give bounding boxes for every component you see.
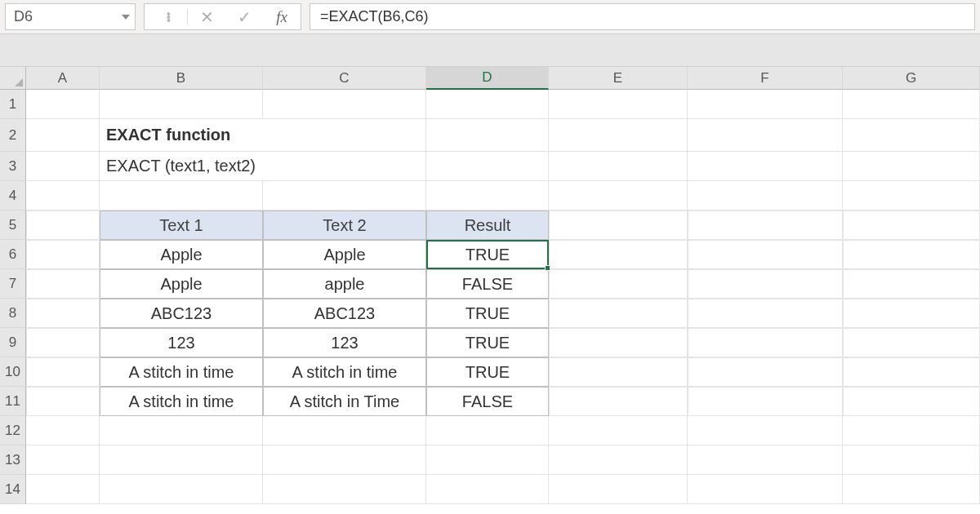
row-header[interactable]: 14	[0, 475, 26, 504]
column-header[interactable]: B	[100, 67, 263, 90]
cell[interactable]	[26, 119, 100, 152]
spreadsheet-grid: 1 2 3 4 5 6 7 8 9 10 11 12 13 14 A B C D…	[0, 67, 980, 504]
row-header[interactable]: 13	[0, 445, 26, 475]
name-box[interactable]: D6	[5, 3, 136, 30]
cell[interactable]: ABC123	[263, 299, 426, 328]
cell[interactable]: A stitch in time	[263, 357, 426, 387]
row-header[interactable]: 10	[0, 357, 26, 387]
formula-bar-row: D6 ••• ✕ ✓ fx =EXACT(B6,C6)	[0, 0, 980, 34]
row-header[interactable]: 6	[0, 240, 26, 269]
row-header[interactable]: 11	[0, 387, 26, 416]
select-all-corner[interactable]	[0, 67, 26, 90]
cell[interactable]: A stitch in time	[100, 387, 263, 416]
name-box-value: D6	[14, 8, 33, 25]
page-title[interactable]: EXACT function	[100, 119, 263, 152]
formula-value: =EXACT(B6,C6)	[320, 8, 429, 25]
row-header[interactable]: 2	[0, 119, 26, 152]
cell[interactable]: A stitch in time	[100, 357, 263, 387]
column-header[interactable]: C	[263, 67, 426, 90]
column-headers: A B C D E F G	[26, 67, 980, 90]
ribbon-gap	[0, 34, 980, 67]
formula-buttons: ••• ✕ ✓ fx	[144, 3, 301, 30]
chevron-down-icon[interactable]	[122, 15, 130, 20]
cell[interactable]: 123	[263, 328, 426, 357]
table-header[interactable]: Text 2	[263, 210, 426, 240]
cell-selected[interactable]: TRUE	[426, 240, 549, 269]
row-header[interactable]: 9	[0, 328, 26, 357]
cell[interactable]: TRUE	[426, 299, 549, 328]
cell[interactable]: Apple	[263, 240, 426, 269]
cell[interactable]: Apple	[100, 269, 263, 299]
cell[interactable]: 123	[100, 328, 263, 357]
cell[interactable]: apple	[263, 269, 426, 299]
row-header[interactable]: 4	[0, 181, 26, 210]
row-header[interactable]: 12	[0, 416, 26, 445]
row-header[interactable]: 7	[0, 269, 26, 299]
cell[interactable]: Apple	[100, 240, 263, 269]
table-header[interactable]: Result	[426, 210, 549, 240]
column-header[interactable]: E	[549, 67, 688, 90]
row-headers: 1 2 3 4 5 6 7 8 9 10 11 12 13 14	[0, 67, 26, 504]
more-icon[interactable]: •••	[149, 12, 187, 22]
row-header[interactable]: 1	[0, 90, 26, 119]
column-header[interactable]: A	[26, 67, 100, 90]
page-subtitle[interactable]: EXACT (text1, text2)	[100, 152, 263, 181]
cancel-icon[interactable]: ✕	[188, 7, 225, 27]
row-header[interactable]: 3	[0, 152, 26, 181]
table-header[interactable]: Text 1	[100, 210, 263, 240]
cell[interactable]: TRUE	[426, 357, 549, 387]
enter-icon[interactable]: ✓	[225, 7, 263, 27]
column-header[interactable]: G	[843, 67, 980, 90]
formula-input[interactable]: =EXACT(B6,C6)	[310, 3, 975, 30]
cell[interactable]: TRUE	[426, 328, 549, 357]
column-header[interactable]: F	[688, 67, 843, 90]
cell-area[interactable]: EXACT function EXACT (text1, text2) Text…	[26, 90, 980, 504]
fx-icon[interactable]: fx	[263, 8, 301, 26]
row-header[interactable]: 5	[0, 210, 26, 240]
cell[interactable]: FALSE	[426, 269, 549, 299]
column-header-selected[interactable]: D	[426, 67, 549, 90]
cell[interactable]: A stitch in Time	[263, 387, 426, 416]
row-header[interactable]: 8	[0, 299, 26, 328]
cell[interactable]: FALSE	[426, 387, 549, 416]
cell[interactable]: ABC123	[100, 299, 263, 328]
